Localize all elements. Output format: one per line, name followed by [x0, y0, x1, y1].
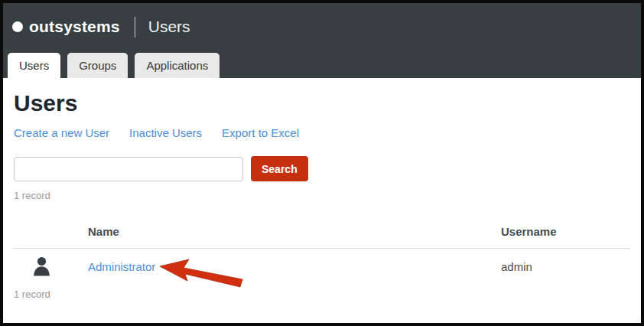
toolbar-links: Create a new User Inactive Users Export …	[14, 126, 630, 139]
tab-users[interactable]: Users	[8, 53, 60, 78]
top-header: outsystems Users Users Groups Applicatio…	[0, 0, 644, 78]
create-new-user-link[interactable]: Create a new User	[14, 126, 109, 139]
name-cell: Administrator	[88, 260, 501, 274]
user-icon-cell	[14, 256, 88, 277]
outsystems-logo-icon	[12, 21, 23, 32]
inactive-users-link[interactable]: Inactive Users	[129, 126, 202, 139]
column-header-name: Name	[88, 225, 501, 238]
users-table: Name Username Administrator admin	[14, 212, 630, 277]
tab-applications[interactable]: Applications	[135, 53, 220, 78]
brand-name: outsystems	[29, 18, 120, 36]
brand-row: outsystems Users	[0, 0, 644, 54]
username-cell: admin	[501, 260, 630, 273]
tab-bar: Users Groups Applications	[0, 53, 644, 78]
record-count-top: 1 record	[14, 190, 630, 201]
brand-separator	[135, 17, 135, 37]
main-content: Users Create a new User Inactive Users E…	[0, 78, 644, 326]
table-header-row: Name Username	[14, 212, 630, 248]
search-input[interactable]	[14, 157, 243, 181]
search-button[interactable]: Search	[251, 156, 308, 181]
tab-groups[interactable]: Groups	[67, 53, 128, 78]
user-silhouette-icon	[34, 256, 50, 277]
administrator-link[interactable]: Administrator	[88, 260, 155, 273]
record-count-bottom: 1 record	[14, 289, 630, 300]
page-title: Users	[14, 90, 630, 116]
app-title: Users	[148, 18, 190, 36]
app-window: outsystems Users Users Groups Applicatio…	[0, 0, 644, 326]
export-to-excel-link[interactable]: Export to Excel	[222, 126, 299, 139]
table-row: Administrator admin	[14, 249, 630, 277]
column-header-username: Username	[501, 225, 630, 238]
search-row: Search	[14, 156, 630, 181]
